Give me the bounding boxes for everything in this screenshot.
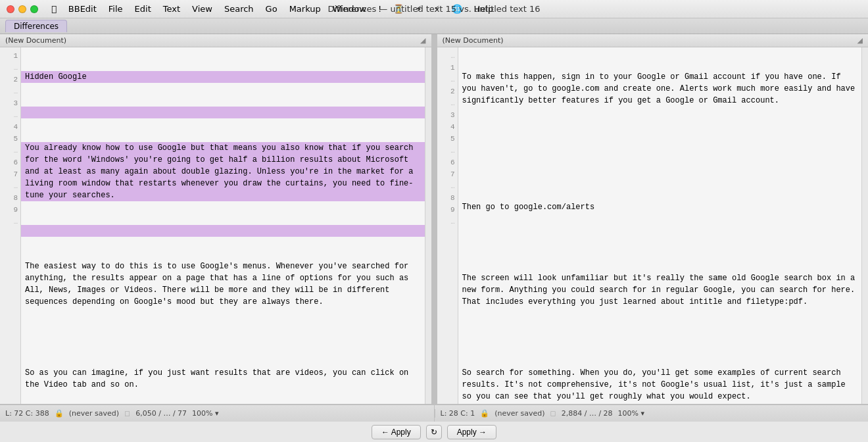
refresh-button[interactable]: ↻ (426, 425, 442, 439)
line-num-7: 6 (0, 157, 20, 168)
line-ellipsis-4: … (0, 145, 20, 157)
right-ellipsis-2: … (437, 97, 458, 109)
right-ellipsis-top: … (437, 50, 458, 62)
left-line-1: Hidden Google (21, 71, 425, 83)
menu-edit[interactable]: Edit (130, 3, 157, 15)
left-text-area[interactable]: 1 … 2 … 3 … 4 5 … 6 7 … 8 9 … Hidden Goo… (0, 47, 431, 404)
right-line-7: So search for something. When you do, yo… (458, 367, 862, 403)
right-ellipsis-1: … (437, 74, 458, 86)
menu-search[interactable]: Search (219, 3, 259, 15)
line-num-4: 3 (0, 97, 20, 109)
menu-markup[interactable]: Markup (284, 3, 326, 15)
line-num-1: 1 (0, 50, 20, 62)
apple-menu[interactable]:  (46, 3, 62, 15)
editor-container: (New Document) ◢ 1 … 2 … 3 … 4 5 … 6 7 …… (0, 34, 868, 404)
left-line-col: L: 72 C: 388 (5, 409, 49, 418)
minimize-button[interactable] (18, 5, 26, 13)
left-pane-title: (New Document) (5, 36, 66, 45)
apply-left-button[interactable]: ← Apply (372, 425, 421, 439)
right-pane-icon[interactable]: ◢ (857, 36, 863, 45)
right-line-5: The screen will look unfamiliar but it's… (458, 272, 862, 308)
left-pane-header: (New Document) ◢ (0, 34, 431, 47)
left-pane-icon[interactable]: ◢ (420, 36, 425, 45)
left-text-content[interactable]: Hidden Google You already know how to us… (21, 47, 425, 404)
left-zoom[interactable]: 100% ▾ (192, 409, 218, 418)
right-line-num-7: 7 (437, 168, 458, 180)
right-save-status: (never saved) (494, 409, 544, 418)
window-title: Differences — untitled text 15 vs. untit… (327, 4, 540, 14)
line-num-8: 7 (0, 168, 20, 180)
menu-view[interactable]: View (187, 3, 218, 15)
right-ellipsis-3: … (437, 145, 458, 157)
right-line-num-4: 4 (437, 121, 458, 133)
line-num-9: 8 (0, 192, 20, 204)
left-chars: 6,050 / … / 77 (135, 409, 187, 418)
right-line-1 (458, 130, 862, 142)
line-num-6: 5 (0, 133, 20, 145)
right-line-6 (458, 332, 862, 343)
menu-file[interactable]: File (103, 3, 128, 15)
right-line-num-6: 6 (437, 157, 458, 168)
pane-divider[interactable] (432, 34, 437, 404)
line-num-5: 4 (0, 121, 20, 133)
left-status-bar: L: 72 C: 388 🔒 (never saved) ◻ 6,050 / …… (0, 405, 435, 422)
right-line-2 (458, 166, 862, 178)
left-save-status: (never saved) (69, 409, 119, 418)
right-status-items: L: 28 C: 1 🔒 (never saved) ◻ 2,884 / … /… (435, 409, 869, 418)
right-zoom[interactable]: 100% ▾ (618, 409, 644, 418)
right-line-numbers: … 1 … 2 … 3 4 5 … 6 7 … 8 9 … (437, 47, 458, 404)
right-scrollbar[interactable] (861, 47, 868, 404)
right-pane: (New Document) ◢ … 1 … 2 … 3 4 5 … 6 7 …… (437, 34, 869, 404)
menu-go[interactable]: Go (260, 3, 283, 15)
right-text-content[interactable]: To make this happen, sign in to your Goo… (458, 47, 862, 404)
close-button[interactable] (7, 5, 14, 13)
line-ellipsis-3: … (0, 109, 20, 121)
traffic-lights (0, 5, 38, 13)
differences-tab[interactable]: Differences (5, 20, 67, 32)
right-line-num-3: 3 (437, 109, 458, 121)
menu-bbedit[interactable]: BBEdit (63, 3, 102, 15)
apply-right-button[interactable]: Apply → (447, 425, 496, 439)
left-line-7: So as you can imagine, if you just want … (21, 367, 425, 391)
toolbar: Differences (0, 18, 868, 34)
right-status-sep1: ◻ (550, 409, 556, 418)
line-ellipsis-6: … (0, 216, 20, 228)
apply-bar: ← Apply ↻ Apply → (0, 421, 868, 442)
title-bar:  BBEdit File Edit Text View Search Go M… (0, 0, 868, 18)
left-lock-icon: 🔒 (55, 409, 64, 418)
right-line-4 (458, 237, 862, 249)
left-line-3: You already know how to use Google but t… (21, 142, 425, 201)
right-status-bar: L: 28 C: 1 🔒 (never saved) ◻ 2,884 / … /… (435, 405, 869, 422)
line-ellipsis-5: … (0, 180, 20, 192)
right-lock-icon: 🔒 (480, 409, 489, 418)
right-pane-header: (New Document) ◢ (437, 34, 869, 47)
left-scrollbar[interactable] (425, 47, 431, 404)
right-line-intro: To make this happen, sign in to your Goo… (458, 71, 862, 107)
left-line-2 (21, 107, 425, 118)
menu-text[interactable]: Text (158, 3, 185, 15)
right-line-num-9: 9 (437, 204, 458, 216)
right-ellipsis-5: … (437, 216, 458, 228)
line-ellipsis-2: … (0, 86, 20, 97)
status-bars: L: 72 C: 388 🔒 (never saved) ◻ 6,050 / …… (0, 404, 868, 421)
left-line-5: The easiest way to do this is to use Goo… (21, 260, 425, 308)
right-line-col: L: 28 C: 1 (441, 409, 475, 418)
left-status-items: L: 72 C: 388 🔒 (never saved) ◻ 6,050 / …… (0, 409, 434, 418)
right-pane-title: (New Document) (443, 36, 504, 45)
right-line-num-1: 1 (437, 62, 458, 74)
left-status-sep1: ◻ (124, 409, 130, 418)
right-ellipsis-4: … (437, 180, 458, 192)
right-line-3: Then go to google.com/alerts (458, 201, 862, 213)
line-num-3: 2 (0, 74, 20, 86)
right-line-num-8: 8 (437, 192, 458, 204)
left-line-4 (21, 225, 425, 237)
left-line-numbers: 1 … 2 … 3 … 4 5 … 6 7 … 8 9 … (0, 47, 21, 404)
line-ellipsis-1: … (0, 62, 20, 74)
right-text-area[interactable]: … 1 … 2 … 3 4 5 … 6 7 … 8 9 … To make th… (437, 47, 869, 404)
right-line-num-5: 5 (437, 133, 458, 145)
maximize-button[interactable] (30, 5, 38, 13)
line-num-10: 9 (0, 204, 20, 216)
left-line-6 (21, 332, 425, 343)
right-chars: 2,884 / … / 28 (562, 409, 613, 418)
left-pane: (New Document) ◢ 1 … 2 … 3 … 4 5 … 6 7 …… (0, 34, 432, 404)
